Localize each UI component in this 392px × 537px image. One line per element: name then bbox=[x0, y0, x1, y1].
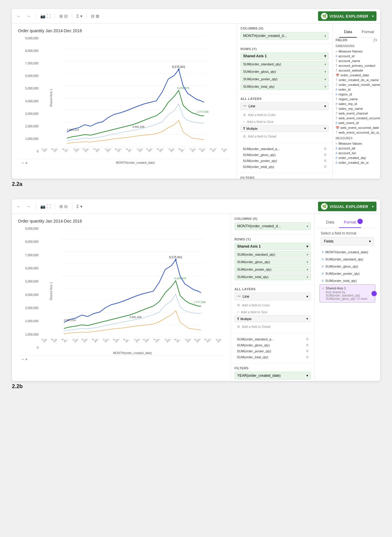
format-item-total[interactable]: # SUM(order_total_qty) bbox=[320, 277, 375, 284]
sum-field-poster-2b[interactable]: SUM(order_poster_qty) R bbox=[234, 348, 311, 354]
layout-icon-2b[interactable]: ⊞ bbox=[59, 204, 63, 209]
layer-type-dropdown-2a[interactable]: 〰 Line ▾ bbox=[240, 102, 329, 110]
dim-sales-rep-name[interactable]: T sales_rep_name bbox=[336, 106, 377, 111]
expand-icon: ⛶ bbox=[47, 14, 51, 18]
dim-web-event-id[interactable]: # web_event_id bbox=[336, 121, 377, 125]
row-field-poster-arrow-2a: ▾ bbox=[325, 78, 326, 81]
meas-order-created-do-w[interactable]: # order_created_do_w bbox=[336, 160, 377, 165]
sort-icon[interactable]: ⊟ bbox=[64, 14, 68, 18]
row-field-total-2b[interactable]: SUM(order_total_qty) ▾ bbox=[234, 274, 311, 280]
format-item-shared-axis[interactable]: ≡ Shared Axis 1 Axis shared by SUM(order… bbox=[320, 284, 375, 303]
back-button-2a[interactable]: ← bbox=[16, 13, 22, 19]
meas-order-created-day[interactable]: # order_created_day bbox=[336, 155, 377, 160]
forward-button-2b[interactable]: → bbox=[25, 203, 32, 209]
sigma-icon-2b[interactable]: Σ bbox=[76, 204, 79, 209]
format-item-poster[interactable]: # SUM(order_poster_qty) bbox=[320, 270, 375, 277]
dim-account-primary-contact[interactable]: T account_primary_contact bbox=[336, 63, 377, 68]
view-icon1[interactable]: ⊟ bbox=[91, 14, 95, 18]
sum-field-poster-2a[interactable]: SUM(order_poster_qty) R bbox=[240, 158, 329, 164]
shared-axis-dropdown-2a[interactable]: Shared Axis 1 ▾ bbox=[240, 53, 329, 60]
row-field-standard-2b[interactable]: SUM(order_standard_qty) ▾ bbox=[234, 251, 311, 258]
zoom-in-2b[interactable]: + bbox=[25, 357, 27, 362]
row-field-poster-2a[interactable]: SUM(order_poster_qty) ▾ bbox=[240, 76, 329, 82]
tab-format-2b[interactable]: Format bbox=[339, 217, 361, 228]
filter-field-2b[interactable]: YEAR(order_created_date) ▾ bbox=[234, 372, 311, 379]
meas-account-lon-icon: # bbox=[336, 152, 337, 155]
sigma-arrow-2b[interactable]: ▾ bbox=[80, 204, 82, 209]
meas-measure-values[interactable]: ≡ Measure Values bbox=[336, 141, 377, 146]
dim-region-name[interactable]: T region_name bbox=[336, 97, 377, 101]
sum-field-standard-2a[interactable]: SUM(order_standard_q... R bbox=[240, 146, 329, 152]
layout-icon[interactable]: ⊞ bbox=[59, 14, 63, 18]
dim-account-name[interactable]: T account_name bbox=[336, 58, 377, 63]
sum-field-total-2a[interactable]: SUM(order_total_qty) R bbox=[240, 164, 329, 170]
line-green-2b bbox=[64, 281, 201, 328]
dim-sales-rep-id[interactable]: # sales_rep_id bbox=[336, 101, 377, 106]
format-item-gloss[interactable]: # SUM(order_gloss_qty) bbox=[320, 263, 375, 270]
format-item-standard[interactable]: # SUM(order_standard_qty) bbox=[320, 256, 375, 263]
dim-order-do-w-name[interactable]: T order_created_do_w_name bbox=[336, 78, 377, 82]
shared-axis-dropdown-2b[interactable]: Shared Axis 1 ▾ bbox=[234, 243, 311, 250]
row-field-gloss-2b[interactable]: SUM(order_gloss_qty) ▾ bbox=[234, 259, 311, 265]
dim-measure-names[interactable]: ≡ Measure Names bbox=[336, 49, 377, 54]
back-button-2b[interactable]: ← bbox=[16, 203, 22, 209]
sum-field-gloss-2b[interactable]: SUM(order_gloss_qty) R bbox=[234, 342, 311, 348]
row-field-standard-2a[interactable]: SUM(order_standard_qty) ▾ bbox=[240, 61, 329, 67]
label-type-dropdown-2b[interactable]: T Multiple ▾ bbox=[234, 315, 311, 322]
sum-field-standard-2b[interactable]: SUM(order_standard_q... R bbox=[234, 336, 311, 342]
add-size-row-2a[interactable]: ○ Add a field to Size bbox=[240, 118, 329, 125]
dim-region-id[interactable]: # region_id bbox=[336, 92, 377, 97]
dim-order-created-date[interactable]: 📅 order_created_date bbox=[336, 73, 377, 78]
meas-account-lat[interactable]: # account_lat bbox=[336, 146, 377, 151]
zoom-in-2a[interactable]: + bbox=[25, 161, 27, 165]
dim-web-event-channel[interactable]: T web_event_channel bbox=[336, 111, 377, 116]
layer-type-dropdown-2b[interactable]: 〰 Line ▾ bbox=[234, 293, 311, 300]
sort-icon-2b[interactable]: ⊟ bbox=[64, 204, 68, 209]
x-tick-nov14-b: Nov 2014 bbox=[91, 339, 103, 343]
tab-format-2a[interactable]: Format bbox=[357, 27, 379, 38]
dim-account-website[interactable]: T account_website bbox=[336, 68, 377, 73]
dim-order-do-w-icon: T bbox=[336, 78, 337, 82]
zoom-out-2b[interactable]: − bbox=[21, 357, 24, 362]
columns-field-2a[interactable]: MONTH(order_created_d... ▾ bbox=[240, 32, 329, 40]
label-type-dropdown-2a[interactable]: T Multiple ▾ bbox=[240, 125, 329, 132]
toolbar-group-3b: Σ ▾ bbox=[76, 204, 82, 209]
visual-explorer-button-2a[interactable]: 🌿 VISUAL EXPLORER ▾ bbox=[318, 11, 376, 21]
sum-field-gloss-text-2b: SUM(order_gloss_qty) bbox=[237, 343, 270, 347]
row-field-gloss-2a[interactable]: SUM(order_gloss_qty) ▾ bbox=[240, 68, 329, 75]
view-icon2[interactable]: ⊠ bbox=[96, 14, 99, 18]
dim-web-event-occurred-do-w[interactable]: T web_event_occurred_do_w_na... bbox=[336, 130, 377, 135]
dim-web-event-occurred-date[interactable]: 📅 web_event_occurred_date bbox=[336, 125, 377, 130]
columns-field-2b[interactable]: MONTH(order_created_d... ▾ bbox=[234, 222, 311, 230]
dim-account-id[interactable]: # account_id bbox=[336, 54, 377, 58]
tab-data-2b[interactable]: Data bbox=[321, 217, 339, 228]
dim-order-created-date-text: order_created_date bbox=[340, 73, 369, 77]
sum-field-standard-badge-2a: R bbox=[324, 147, 326, 151]
sigma-icon[interactable]: Σ bbox=[76, 14, 79, 18]
row-field-total-2a[interactable]: SUM(order_total_qty) ▾ bbox=[240, 83, 329, 90]
dim-order-month-name[interactable]: T order_created_month_name bbox=[336, 82, 377, 87]
format-item-month[interactable]: # MONTH(order_created_date) bbox=[320, 249, 375, 256]
meas-account-lon[interactable]: # account_lon bbox=[336, 151, 377, 155]
tab-data-2a[interactable]: Data bbox=[339, 27, 357, 38]
add-color-row-2a[interactable]: ⊕ Add a field to Color bbox=[240, 111, 329, 118]
label-type-arrow-2a: ▾ bbox=[324, 126, 326, 130]
add-detail-row-2a[interactable]: ⊕ Add a field to Detail bbox=[240, 133, 329, 140]
dim-web-event-created[interactable]: T web_event_created_occurred... bbox=[336, 116, 377, 121]
dim-order-month-text: order_created_month_name bbox=[339, 83, 380, 87]
add-color-row-2b[interactable]: ⊕ Add a field to Color bbox=[234, 302, 311, 308]
forward-button-2a[interactable]: → bbox=[25, 13, 32, 19]
add-size-row-2b[interactable]: ○ Add a field to Size bbox=[234, 308, 311, 315]
visual-explorer-button-2b[interactable]: 🌿 VISUAL EXPLORER ▾ bbox=[318, 202, 376, 211]
dim-order-id[interactable]: # order_id bbox=[336, 87, 377, 92]
add-detail-row-2b[interactable]: ⊕ Add a field to Detail bbox=[234, 323, 311, 330]
shared-axis-name: Shared Axis 1 bbox=[326, 286, 373, 290]
format-dropdown-2b[interactable]: Fields ▾ bbox=[321, 237, 374, 246]
fx-button-2a[interactable]: ƒx bbox=[373, 38, 377, 42]
row-field-poster-2b[interactable]: SUM(order_poster_qty) ▾ bbox=[234, 266, 311, 273]
sum-field-total-2b[interactable]: SUM(order_total_qty) R bbox=[234, 354, 311, 360]
sum-field-gloss-2a[interactable]: SUM(order_gloss_qty) R bbox=[240, 152, 329, 158]
sigma-arrow[interactable]: ▾ bbox=[80, 14, 82, 18]
sep3b bbox=[72, 203, 72, 209]
zoom-out-2a[interactable]: − bbox=[21, 161, 24, 165]
